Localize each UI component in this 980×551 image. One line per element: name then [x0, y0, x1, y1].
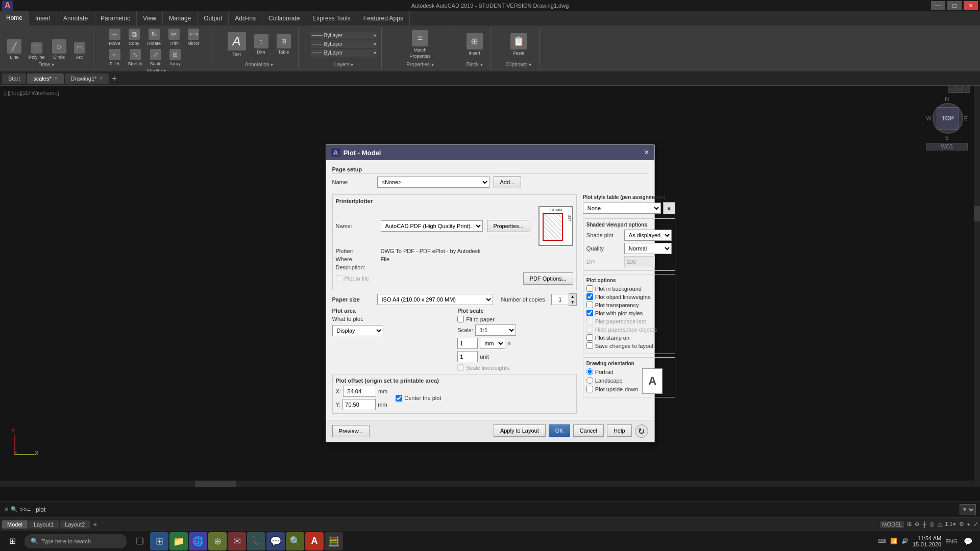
taskbar-app10[interactable]: 🧮	[325, 532, 343, 550]
plot-style-select[interactable]: None	[583, 203, 661, 214]
bottom-tab-model[interactable]: Model	[2, 520, 28, 529]
insert-btn[interactable]: ⊕ Insert	[463, 32, 486, 57]
network-icon[interactable]: 📶	[890, 538, 897, 544]
fullscreen-icon[interactable]: ⤢	[973, 521, 978, 528]
text-btn[interactable]: A Text	[225, 31, 249, 58]
add-layout-btn[interactable]: +	[91, 520, 99, 529]
tab-scales-close[interactable]: ×	[55, 76, 58, 81]
properties-btn[interactable]: Properties...	[487, 220, 530, 232]
move-btn[interactable]: ↔Move	[106, 28, 124, 47]
copies-up-btn[interactable]: ▲	[569, 294, 576, 299]
plot-transparency-label[interactable]: Plot transparency	[586, 302, 672, 308]
scale-lineweights-checkbox[interactable]	[457, 364, 464, 371]
match-properties-btn[interactable]: ≡ Match Properties	[407, 29, 434, 60]
tab-output[interactable]: Output	[198, 11, 229, 26]
plot-stamp-on-check[interactable]	[586, 334, 593, 341]
plot-stamp-on-label[interactable]: Plot stamp on	[586, 334, 672, 341]
plot-object-lineweights-check[interactable]	[586, 293, 593, 300]
bottom-tab-layout1[interactable]: Layout1	[29, 520, 59, 529]
fit-to-paper-label[interactable]: Fit to paper	[457, 316, 577, 322]
circle-btn[interactable]: ○ Circle	[49, 38, 69, 61]
mirror-btn[interactable]: ⟺Mirror	[184, 28, 203, 47]
cancel-btn[interactable]: Cancel	[573, 424, 604, 437]
plot-object-lineweights-label[interactable]: Plot object lineweights	[586, 293, 672, 300]
polar-icon[interactable]: ◎	[929, 521, 935, 528]
array-btn[interactable]: ⊞Array	[166, 48, 184, 67]
scale-select[interactable]: 1:1	[475, 324, 516, 336]
snap-icon[interactable]: ⊕	[915, 521, 919, 528]
tab-view[interactable]: View	[137, 11, 163, 26]
center-plot-label[interactable]: Center the plot	[396, 395, 441, 402]
apply-to-layout-btn[interactable]: Apply to Layout	[494, 424, 546, 437]
scale-btn[interactable]: ⤢Scale	[146, 48, 165, 67]
tab-manage[interactable]: Manage	[163, 11, 198, 26]
y-offset-input[interactable]	[342, 399, 376, 410]
tab-collaborate[interactable]: Collaborate	[262, 11, 306, 26]
dimension-btn[interactable]: ↕ Dim	[251, 33, 272, 56]
taskbar-app2[interactable]: 📁	[169, 532, 188, 550]
add-icon[interactable]: +	[967, 521, 970, 528]
tab-featured[interactable]: Featured Apps	[357, 11, 410, 26]
taskbar-app7[interactable]: 💬	[266, 532, 285, 550]
portrait-label[interactable]: Portrait	[586, 368, 638, 375]
shade-plot-select[interactable]: As displayed	[624, 230, 672, 241]
command-input[interactable]	[20, 506, 958, 513]
scale-value1-input[interactable]	[457, 338, 478, 349]
tab-insert[interactable]: Insert	[29, 11, 57, 26]
paper-size-select[interactable]: ISO A4 (210.00 x 297.00 MM)	[377, 294, 493, 305]
save-changes-to-layout-label[interactable]: Save changes to layout	[586, 342, 672, 349]
grid-icon[interactable]: ⊞	[907, 521, 912, 528]
save-changes-to-layout-check[interactable]	[586, 342, 593, 349]
taskbar-app8[interactable]: 🔍	[286, 532, 304, 550]
plot-style-edit-btn[interactable]: ≡	[663, 202, 675, 214]
close-window-btn[interactable]: ×	[964, 1, 978, 10]
portrait-radio[interactable]	[586, 368, 593, 375]
hide-paperspace-objects-label[interactable]: Hide paperspace objects	[586, 326, 672, 333]
tab-scales[interactable]: scales* ×	[27, 73, 63, 84]
add-tab-btn[interactable]: +	[110, 74, 118, 83]
scale-value2-input[interactable]	[457, 351, 478, 362]
more-options-btn[interactable]: ↻	[635, 424, 648, 438]
minimize-btn[interactable]: —	[931, 1, 945, 10]
command-search-icon[interactable]: 🔍	[11, 506, 18, 513]
plot-in-background-label[interactable]: Plot in background	[586, 285, 672, 292]
taskbar-app9[interactable]: A	[305, 532, 324, 550]
center-plot-checkbox[interactable]	[396, 395, 402, 402]
tab-home[interactable]: Home	[0, 11, 29, 26]
tab-annotate[interactable]: Annotate	[57, 11, 94, 26]
printer-name-select[interactable]: AutoCAD PDF (High Quality Print).pc3	[381, 220, 483, 232]
what-to-plot-select[interactable]: Display	[332, 325, 383, 336]
x-offset-input[interactable]	[343, 386, 376, 397]
volume-icon[interactable]: 🔊	[901, 538, 909, 544]
plot-upside-down-check[interactable]	[586, 386, 593, 392]
quality-select[interactable]: Normal	[624, 243, 672, 254]
taskbar-task-view[interactable]: ☐	[131, 532, 149, 550]
tab-drawing1-close[interactable]: ×	[100, 76, 103, 81]
fit-to-paper-checkbox[interactable]	[457, 316, 464, 322]
add-btn[interactable]: Add...	[494, 176, 522, 188]
help-btn[interactable]: Help	[607, 424, 632, 437]
paste-btn[interactable]: 📋 Paste	[507, 32, 530, 57]
trim-btn[interactable]: ✂Trim	[165, 28, 183, 47]
taskbar-app4[interactable]: ⊕	[208, 532, 227, 550]
tab-express[interactable]: Express Tools	[306, 11, 357, 26]
polyline-btn[interactable]: ⌒ Polyline	[26, 41, 48, 61]
stretch-btn[interactable]: ⤡Stretch	[125, 48, 146, 67]
taskbar-app5[interactable]: ✉	[228, 532, 246, 550]
landscape-label[interactable]: Landscape	[586, 377, 638, 384]
line-btn[interactable]: ╱ Line	[4, 38, 24, 61]
command-dropdown[interactable]: ▼	[960, 504, 976, 515]
ok-btn[interactable]: OK	[549, 424, 570, 437]
scale-lineweights-label[interactable]: Scale lineweights	[457, 364, 577, 371]
landscape-radio[interactable]	[586, 377, 593, 384]
pdf-options-btn[interactable]: PDF Options...	[523, 272, 573, 285]
plot-with-plot-styles-label[interactable]: Plot with plot styles	[586, 310, 672, 316]
settings-icon[interactable]: ⚙	[959, 521, 964, 528]
taskbar-app3[interactable]: 🌐	[189, 532, 207, 550]
arc-btn[interactable]: ◠ Arc	[70, 41, 89, 61]
fillet-btn[interactable]: ⌐Fillet	[106, 48, 124, 67]
copy-btn[interactable]: ⧉Copy	[125, 28, 143, 47]
copies-value[interactable]	[551, 294, 569, 305]
taskbar-app1[interactable]: ⊞	[150, 532, 168, 550]
tab-addins[interactable]: Add-ins	[229, 11, 262, 26]
